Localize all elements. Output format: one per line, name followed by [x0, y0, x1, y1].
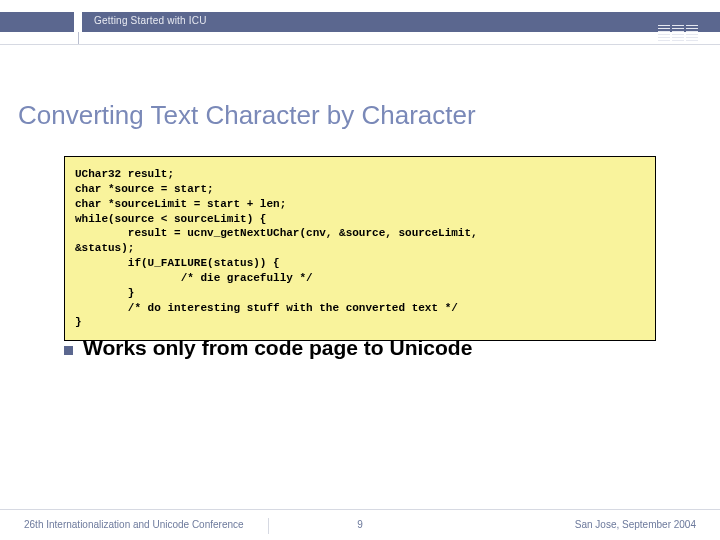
- ibm-logo: [658, 24, 698, 44]
- header-divider-vertical: [78, 32, 79, 44]
- page-title: Converting Text Character by Character: [18, 100, 476, 131]
- footer: 26th Internationalization and Unicode Co…: [0, 512, 720, 540]
- bullet-text: Works only from code page to Unicode: [83, 336, 472, 360]
- header-gap: [74, 12, 82, 32]
- ibm-logo-icon: [658, 25, 698, 43]
- footer-right: San Jose, September 2004: [575, 519, 696, 530]
- bullet-item: Works only from code page to Unicode: [64, 336, 472, 360]
- header-title: Getting Started with ICU: [94, 15, 207, 26]
- code-block: UChar32 result; char *source = start; ch…: [64, 156, 656, 341]
- header-bar: Getting Started with ICU: [0, 12, 720, 42]
- code-text: UChar32 result; char *source = start; ch…: [75, 167, 645, 330]
- footer-divider: [0, 509, 720, 510]
- slide: Getting Started with ICU Converting Text…: [0, 0, 720, 540]
- footer-left: 26th Internationalization and Unicode Co…: [24, 519, 244, 530]
- square-bullet-icon: [64, 346, 73, 355]
- footer-page-number: 9: [357, 519, 363, 530]
- footer-divider-vertical: [268, 518, 269, 534]
- header-divider-horizontal: [0, 44, 720, 45]
